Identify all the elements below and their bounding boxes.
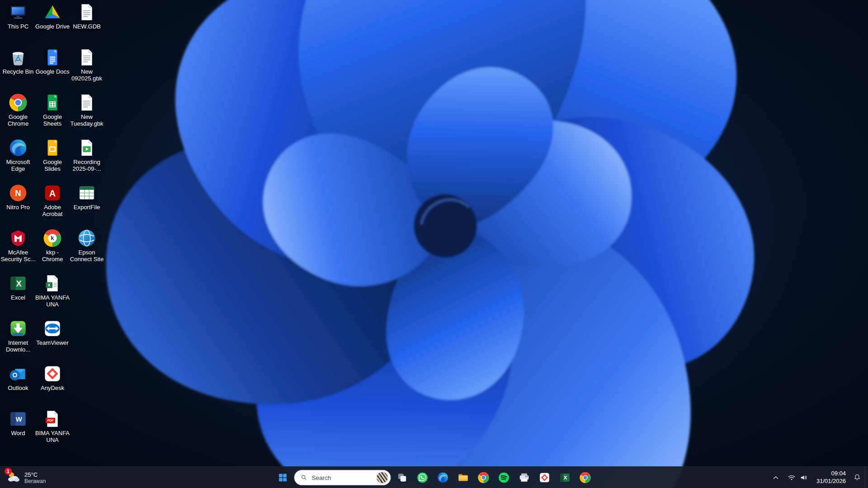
weather-widget[interactable]: 1 25°C Berawan [2, 469, 50, 487]
desktop-icon-label: New Tuesday.gbk [69, 114, 104, 127]
search-daily-image[interactable] [377, 472, 388, 483]
clock[interactable]: 09:04 31/01/2026 [813, 468, 849, 487]
desktop-icon-label: Google Sheets [35, 114, 70, 127]
desktop-icon-label: Nitro Pro [6, 204, 29, 211]
desktop-icon-google-slides[interactable]: Google Slides [35, 138, 70, 173]
google-docs-icon [43, 48, 62, 67]
start-button[interactable] [274, 469, 292, 487]
google-drive-icon [43, 3, 62, 22]
search-box[interactable]: Search [294, 470, 391, 485]
desktop-icon-new-tuesday-gbk[interactable]: New Tuesday.gbk [69, 93, 104, 127]
mcafee-icon [9, 229, 28, 248]
desktop-icon-label: McAfee Security Sc... [0, 249, 36, 263]
taskbar-spotify-button[interactable] [495, 469, 513, 487]
taskbar-printer-button[interactable] [515, 469, 533, 487]
clock-time: 09:04 [816, 470, 846, 478]
desktop-icon-label: Google Drive [35, 23, 70, 30]
desktop-icon-google-sheets[interactable]: Google Sheets [35, 93, 70, 127]
outlook-icon: O [9, 364, 28, 383]
desktop-icon-adobe-acrobat[interactable]: AAdobe Acrobat [35, 183, 70, 218]
file-excel-icon: X [43, 274, 62, 293]
tray-overflow-button[interactable] [769, 469, 783, 487]
wifi-icon [787, 473, 796, 482]
desktop-icon-label: Excel [11, 295, 25, 301]
desktop-icon-word[interactable]: WWord [0, 409, 36, 437]
desktop-icon-this-pc[interactable]: This PC [0, 3, 36, 30]
desktop-icon-new-gdb[interactable]: NEW.GDB [69, 3, 104, 30]
desktop-icon-google-docs[interactable]: Google Docs [35, 48, 70, 75]
desktop-icon-kkp-chrome[interactable]: kkkp - Chrome [35, 229, 70, 263]
desktop-icon-google-chrome[interactable]: Google Chrome [0, 93, 36, 127]
desktop-icon-grid: This PCGoogle DriveNEW.GDBRecycle BinGoo… [0, 0, 868, 488]
desktop-icon-outlook[interactable]: OOutlook [0, 364, 36, 392]
taskbar-chrome-button[interactable] [475, 469, 493, 487]
desktop-icon-exportfile[interactable]: ExportFile [69, 183, 104, 211]
desktop-icon-teamviewer[interactable]: TeamViewer [35, 319, 70, 347]
desktop-icon-google-drive[interactable]: Google Drive [35, 3, 70, 30]
teamviewer-icon [43, 319, 62, 338]
taskbar-file-explorer-button[interactable] [454, 469, 472, 487]
tray-status-icons[interactable] [783, 470, 812, 485]
notification-badge: 1 [5, 468, 12, 475]
recycle-bin-icon [9, 48, 28, 67]
taskbar-chrome-button-2[interactable] [576, 469, 594, 487]
svg-text:X: X [47, 282, 51, 287]
google-sheets-icon [43, 93, 62, 112]
desktop-icon-label: This PC [8, 23, 28, 30]
desktop-icon-label: Internet Downlo... [0, 340, 36, 353]
svg-text:O: O [13, 371, 18, 379]
desktop-icon-epson-connect-site[interactable]: Epson Connect Site [69, 229, 104, 263]
taskbar: 1 25°C Berawan Search X 09:04 31/01 [0, 466, 868, 488]
desktop-icon-label: Microsoft Edge [0, 159, 36, 173]
taskbar-excel-button[interactable]: X [556, 469, 574, 487]
export-file-icon [77, 183, 96, 202]
desktop-icon-label: Google Slides [35, 159, 70, 173]
taskbar-edge-button[interactable] [434, 469, 452, 487]
desktop-icon-anydesk[interactable]: AnyDesk [35, 364, 70, 392]
chrome-icon [580, 472, 591, 483]
edge-icon [9, 138, 28, 157]
task-view-icon [396, 472, 408, 483]
taskbar-left: 1 25°C Berawan [2, 467, 50, 488]
excel-icon: X [9, 274, 28, 293]
desktop-icon-label: Outlook [8, 385, 28, 392]
chrome-shortcut-icon: k [43, 229, 62, 248]
desktop-icon-bima-yanfa-una[interactable]: XBIMA YANFA UNA [35, 274, 70, 308]
printer-icon [519, 472, 530, 483]
show-desktop-button[interactable] [865, 467, 867, 488]
nitro-pro-icon: N [9, 183, 28, 202]
file-generic-icon [77, 93, 96, 112]
acrobat-icon: A [43, 183, 62, 202]
desktop-icon-nitro-pro[interactable]: NNitro Pro [0, 183, 36, 211]
desktop-icon-microsoft-edge[interactable]: Microsoft Edge [0, 138, 36, 173]
anydesk-icon [43, 364, 62, 383]
desktop-icon-new-092025-gbk[interactable]: New 092025.gbk [69, 48, 104, 82]
desktop-icon-excel[interactable]: XExcel [0, 274, 36, 301]
file-explorer-icon [458, 472, 469, 483]
taskbar-whatsapp-button[interactable] [414, 469, 432, 487]
clock-date: 31/01/2026 [816, 478, 846, 485]
svg-text:W: W [16, 416, 23, 423]
desktop-icon-label: BIMA YANFA UNA [35, 295, 70, 308]
desktop-icon-recording-2025-09[interactable]: Recording 2025-09-... [69, 138, 104, 173]
weather-temperature: 25°C [24, 471, 46, 478]
desktop-icon-label: Recycle Bin [3, 69, 34, 75]
desktop-icon-label: NEW.GDB [73, 23, 100, 30]
desktop-icon-recycle-bin[interactable]: Recycle Bin [0, 48, 36, 75]
this-pc-icon [9, 3, 28, 22]
desktop-icon-label: BIMA YANFA UNA [35, 430, 70, 444]
chevron-up-icon [771, 473, 780, 482]
desktop-icon-mcafee-security-sc[interactable]: McAfee Security Sc... [0, 229, 36, 263]
weather-condition: Berawan [24, 478, 46, 484]
spotify-icon [498, 472, 510, 483]
taskbar-anydesk-button[interactable] [536, 469, 554, 487]
taskbar-task-view-button[interactable] [393, 469, 411, 487]
system-tray: 09:04 31/01/2026 [769, 467, 868, 488]
search-icon [300, 474, 308, 482]
desktop-icon-bima-yanfa-una-2[interactable]: PDFBIMA YANFA UNA [35, 409, 70, 444]
edge-icon [437, 472, 449, 483]
notification-center-button[interactable] [850, 469, 864, 487]
desktop-icon-internet-downlo[interactable]: Internet Downlo... [0, 319, 36, 353]
svg-text:PDF: PDF [47, 419, 54, 422]
desktop-icon-label: kkp - Chrome [35, 249, 70, 263]
